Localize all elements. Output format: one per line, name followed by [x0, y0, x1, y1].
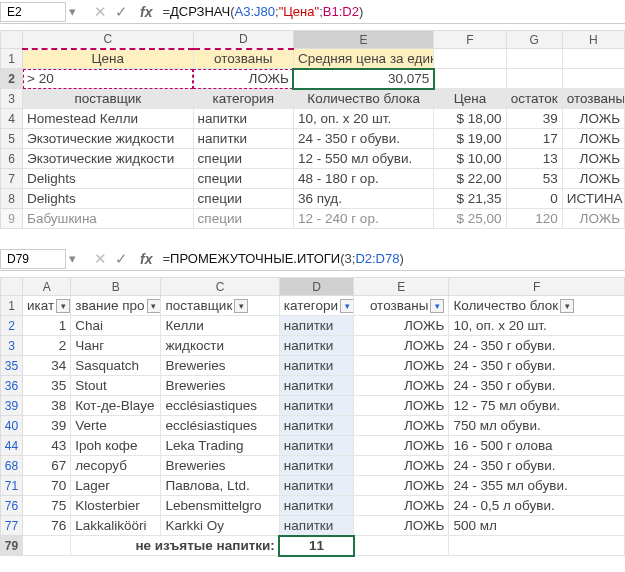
- table-row[interactable]: 3534SasquatchBreweriesнапиткиЛОЖЬ24 - 35…: [1, 356, 625, 376]
- col-C[interactable]: C: [23, 31, 194, 49]
- table-row[interactable]: 7675KlosterbierLebensmittelgroнапиткиЛОЖ…: [1, 496, 625, 516]
- table-row[interactable]: 32ЧангжидкостинапиткиЛОЖЬ24 - 350 г обув…: [1, 336, 625, 356]
- table-row[interactable]: 7776LakkalikööriKarkki OyнапиткиЛОЖЬ500 …: [1, 516, 625, 536]
- sheet-2: ▾ ✕ ✓ fx =ПРОМЕЖУТОЧНЫЕ.ИТОГИ(3;D2:D78) …: [0, 247, 625, 556]
- sheet-1: ▾ ✕ ✓ fx =ДСРЗНАЧ(A3:J80;"Цена";B1:D2) C…: [0, 0, 625, 229]
- table-row[interactable]: 5 Экзотические жидкости напитки 24 - 350…: [1, 129, 625, 149]
- formula-bar-buttons: ✕ ✓: [88, 250, 134, 268]
- name-box[interactable]: [0, 2, 66, 22]
- filter-icon[interactable]: ▾: [430, 299, 444, 313]
- col-F[interactable]: F: [449, 278, 625, 296]
- cancel-icon[interactable]: ✕: [94, 250, 107, 268]
- table-row[interactable]: 4 Homestead Келли напитки 10, оп. x 20 ш…: [1, 109, 625, 129]
- name-box[interactable]: [0, 249, 66, 269]
- col-D[interactable]: D: [193, 31, 293, 49]
- summary-label: не изъятые напитки:: [71, 536, 280, 556]
- column-headers: A B C D E F: [1, 278, 625, 296]
- formula-bar: ▾ ✕ ✓ fx =ДСРЗНАЧ(A3:J80;"Цена";B1:D2): [0, 0, 625, 24]
- row-header[interactable]: 3: [1, 89, 23, 109]
- filter-icon[interactable]: ▾: [56, 299, 70, 313]
- table-row[interactable]: 8 Delights специи 36 пуд. $ 21,35 0 ИСТИ…: [1, 189, 625, 209]
- name-box-dropdown-icon[interactable]: ▾: [66, 253, 78, 265]
- fx-icon[interactable]: fx: [134, 4, 158, 20]
- col-B[interactable]: B: [71, 278, 161, 296]
- table-row[interactable]: 21ChaiКеллинапиткиЛОЖЬ10, оп. x 20 шт.: [1, 316, 625, 336]
- col-G[interactable]: G: [506, 31, 562, 49]
- col-E[interactable]: E: [354, 278, 449, 296]
- col-F[interactable]: F: [434, 31, 506, 49]
- summary-row[interactable]: 79 не изъятые напитки: 11: [1, 536, 625, 556]
- col-H[interactable]: H: [562, 31, 624, 49]
- row-header[interactable]: 2: [1, 69, 23, 89]
- filter-icon[interactable]: ▾: [234, 299, 248, 313]
- formula-input[interactable]: =ДСРЗНАЧ(A3:J80;"Цена";B1:D2): [158, 2, 625, 21]
- cancel-icon[interactable]: ✕: [94, 3, 107, 21]
- active-cell[interactable]: 11: [279, 536, 353, 556]
- col-E[interactable]: E: [293, 31, 433, 49]
- col-A[interactable]: A: [23, 278, 71, 296]
- column-headers: C D E F G H: [1, 31, 625, 49]
- table-row[interactable]: 4039VerteecclésiastiquesнапиткиЛОЖЬ750 м…: [1, 416, 625, 436]
- filter-icon[interactable]: ▾: [560, 299, 574, 313]
- table-row[interactable]: 1 Цена отозваны Средняя цена за единицу: [1, 49, 625, 69]
- row-header[interactable]: 1: [1, 49, 23, 69]
- name-box-dropdown-icon[interactable]: ▾: [66, 6, 78, 18]
- col-C[interactable]: C: [161, 278, 279, 296]
- table-row[interactable]: 7 Delights специи 48 - 180 г ор. $ 22,00…: [1, 169, 625, 189]
- filter-header-row[interactable]: 1 икат▾ звание про▾ поставщик▾ категори▾…: [1, 296, 625, 316]
- active-cell[interactable]: 30,075: [293, 69, 433, 89]
- filter-icon[interactable]: ▾: [340, 299, 354, 313]
- formula-bar: ▾ ✕ ✓ fx =ПРОМЕЖУТОЧНЫЕ.ИТОГИ(3;D2:D78): [0, 247, 625, 271]
- table-row[interactable]: 4443Ipoh кофеLeka TradingнапиткиЛОЖЬ16 -…: [1, 436, 625, 456]
- table-row[interactable]: 3938Кот-де-BlayeecclésiastiquesнапиткиЛО…: [1, 396, 625, 416]
- col-D[interactable]: D: [279, 278, 353, 296]
- filter-icon[interactable]: ▾: [147, 299, 161, 313]
- table-row[interactable]: 6867лесорубBreweriesнапиткиЛОЖЬ24 - 350 …: [1, 456, 625, 476]
- confirm-icon[interactable]: ✓: [115, 250, 128, 268]
- table-row[interactable]: 7170LagerПавлова, Ltd.напиткиЛОЖЬ24 - 35…: [1, 476, 625, 496]
- formula-bar-buttons: ✕ ✓: [88, 3, 134, 21]
- table-row[interactable]: 3635StoutBreweriesнапиткиЛОЖЬ24 - 350 г …: [1, 376, 625, 396]
- table-row[interactable]: 3 поставщик категория Количество блока Ц…: [1, 89, 625, 109]
- formula-input[interactable]: =ПРОМЕЖУТОЧНЫЕ.ИТОГИ(3;D2:D78): [158, 249, 625, 268]
- table-row[interactable]: 6 Экзотические жидкости специи 12 - 550 …: [1, 149, 625, 169]
- table-row[interactable]: 2 > 20 ЛОЖЬ 30,075: [1, 69, 625, 89]
- table-row[interactable]: 9 Бабушкина специи 12 - 240 г ор. $ 25,0…: [1, 209, 625, 229]
- confirm-icon[interactable]: ✓: [115, 3, 128, 21]
- fx-icon[interactable]: fx: [134, 251, 158, 267]
- grid-2[interactable]: A B C D E F 1 икат▾ звание про▾ поставщи…: [0, 277, 625, 556]
- grid-1[interactable]: C D E F G H 1 Цена отозваны Средняя цена…: [0, 30, 625, 229]
